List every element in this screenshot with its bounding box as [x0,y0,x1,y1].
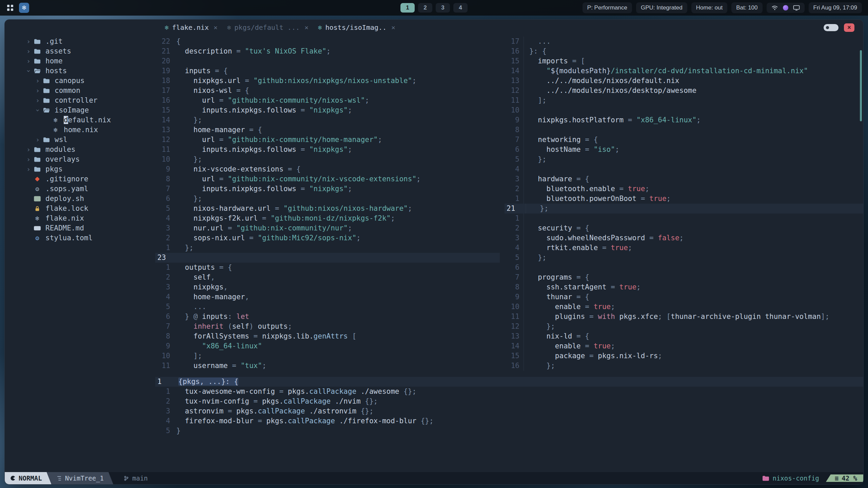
code-line[interactable]: 4 home-manager, [155,292,500,302]
code-line[interactable]: 5} [155,426,863,436]
tree-item-stylua-toml[interactable]: ⚙stylua.toml [5,233,151,243]
code-line[interactable]: 3 sudo.wheelNeedsPassword = false; [505,233,863,243]
code-line[interactable]: 4 rtkit.enable = true; [505,243,863,253]
code-line[interactable]: 9 "x86_64-linux" [155,341,500,351]
tab-pkgs-default-[interactable]: ❄pkgs/default ...× [227,23,309,32]
code-line[interactable]: 16}: { [505,46,863,56]
code-line[interactable]: 1 }; [155,243,500,253]
tree-item-overlays[interactable]: ›overlays [5,155,151,164]
code-line[interactable]: 2 tux-nvim-config = pkgs.callPackage ./n… [155,396,863,406]
tree-item--gitignore[interactable]: .gitignore [5,174,151,184]
code-line[interactable]: 12 }; [505,322,863,331]
code-line[interactable]: 6 [505,263,863,272]
code-line[interactable]: 9 nixpkgs.hostPlatform = "x86_64-linux"; [505,115,863,125]
code-line[interactable]: 2 bluetooth.enable = true; [505,184,863,194]
code-line[interactable]: 23 [155,253,500,263]
chevron-icon[interactable]: › [34,86,42,96]
tab-close-button[interactable]: × [391,23,395,32]
tree-item-common[interactable]: ›common [5,86,151,96]
code-line[interactable]: 7 inherit (self) outputs; [155,322,500,331]
tree-item-home[interactable]: ›home [5,56,151,66]
code-line[interactable]: 3 nur.url = "github:nix-community/nur"; [155,223,500,233]
code-line[interactable]: 16 }; [505,361,863,371]
code-line[interactable]: 16 url = "github:nix-community/nixos-wsl… [155,96,500,105]
code-line[interactable]: 17 nixos-wsl = { [155,86,500,96]
code-line[interactable]: 5 nixos-hardware.url = "github:nixos/nix… [155,204,500,214]
code-line[interactable]: 10 [505,105,863,115]
code-line[interactable]: 21 }; [505,204,863,214]
tree-item-pkgs[interactable]: ›pkgs [5,164,151,174]
code-line[interactable]: 14 "${modulesPath}/installer/cd-dvd/inst… [505,66,863,76]
window-close-button[interactable]: × [844,23,854,32]
code-line[interactable]: 13 nix-ld = { [505,331,863,341]
code-line[interactable]: 7 programs = { [505,272,863,282]
chevron-icon[interactable]: › [24,46,33,56]
chevron-icon[interactable]: › [34,96,42,105]
tab-close-button[interactable]: × [214,23,218,32]
workspace-button-2[interactable]: 2 [418,3,432,13]
code-line[interactable]: 7 networking = { [505,135,863,145]
code-line[interactable]: 2 sops-nix.url = "github:Mic92/sops-nix"… [155,233,500,243]
tree-item-README-md[interactable]: README.md [5,223,151,233]
code-line[interactable]: 11 inputs.nixpkgs.follows = "nixpkgs"; [155,145,500,155]
code-line[interactable]: 6 hostName = "iso"; [505,145,863,155]
code-line[interactable]: 8 forAllSystems = nixpkgs.lib.genAttrs [ [155,331,500,341]
tree-item-flake-lock[interactable]: flake.lock [5,204,151,214]
chevron-icon[interactable]: › [24,37,33,46]
nix-logo[interactable]: ❄ [19,3,29,13]
code-line[interactable]: 10 enable = true; [505,302,863,312]
tree-item-controller[interactable]: ›controller [5,96,151,105]
pin-toggle-button[interactable] [824,24,839,31]
code-line[interactable]: 15 imports = [ [505,56,863,66]
app-launcher-icon[interactable] [6,4,14,12]
code-line[interactable]: 11 username = "tux"; [155,361,500,371]
tree-item--git[interactable]: ›.git [5,37,151,46]
code-line[interactable]: 5 }; [505,155,863,164]
code-line[interactable]: 8 url = "github:nix-community/nix-vscode… [155,174,500,184]
code-line[interactable]: 1 [505,214,863,223]
code-line[interactable]: 6 } @ inputs: let [155,312,500,322]
code-line[interactable]: 19 inputs = { [155,66,500,76]
code-line[interactable]: 12 url = "github:nix-community/home-mana… [155,135,500,145]
code-line[interactable]: 11 ]; [505,96,863,105]
chevron-icon[interactable]: › [34,135,42,145]
code-line[interactable]: 9 nix-vscode-extensions = { [155,164,500,174]
code-line[interactable]: 4 firefox-mod-blur = pkgs.callPackage ./… [155,416,863,426]
code-line[interactable]: 2 self, [155,272,500,282]
code-line[interactable]: 18 nixpkgs.url = "github:nixos/nixpkgs/n… [155,76,500,86]
tree-item-default-nix[interactable]: ❄default.nix [5,115,151,125]
code-line[interactable]: 13 ../../modules/nixos/default.nix [505,76,863,86]
code-line[interactable]: 1 outputs = { [155,263,500,272]
code-line[interactable]: 5 ... [155,302,500,312]
scrollbar-thumb[interactable] [860,50,862,121]
tree-item-wsl[interactable]: ›wsl [5,135,151,145]
code-line[interactable]: 1 bluetooth.powerOnBoot = true; [505,194,863,204]
workspace-button-1[interactable]: 1 [400,3,415,13]
code-line[interactable]: 4 nixpkgs-f2k.url = "github:moni-dz/nixp… [155,214,500,223]
code-line[interactable]: 7 inputs.nixpkgs.follows = "nixpkgs"; [155,184,500,194]
tree-item-canopus[interactable]: ›canopus [5,76,151,86]
code-line[interactable]: 8 ssh.startAgent = true; [505,282,863,292]
chevron-icon[interactable]: › [24,67,34,75]
tree-item-assets[interactable]: ›assets [5,46,151,56]
chevron-icon[interactable]: › [24,56,33,66]
tree-item-isoImage[interactable]: ›isoImage [5,105,151,115]
workspace-button-3[interactable]: 3 [436,3,450,13]
tree-item-home-nix[interactable]: ❄home.nix [5,125,151,135]
code-line[interactable]: 13 home-manager = { [155,125,500,135]
code-line[interactable]: 12 ../../modules/nixos/desktop/awesome [505,86,863,96]
chevron-icon[interactable]: › [34,76,42,86]
chevron-icon[interactable]: › [33,106,43,115]
tab-hosts-isoImag-[interactable]: ❄hosts/isoImag..× [318,23,395,32]
code-line[interactable]: 6 }; [155,194,500,204]
code-line[interactable]: 11 plugins = with pkgs.xfce; [thunar-arc… [505,312,863,322]
chevron-icon[interactable]: › [24,155,33,164]
code-line[interactable]: 3 hardware = { [505,174,863,184]
code-line[interactable]: 8 [505,125,863,135]
code-line[interactable]: 3 astronvim = pkgs.callPackage ./astronv… [155,406,863,416]
code-line[interactable]: 9 thunar = { [505,292,863,302]
code-line[interactable]: 4 [505,164,863,174]
code-line[interactable]: 20 [155,56,500,66]
tree-item-flake-nix[interactable]: ❄flake.nix [5,214,151,223]
tree-item-hosts[interactable]: ›hosts [5,66,151,76]
